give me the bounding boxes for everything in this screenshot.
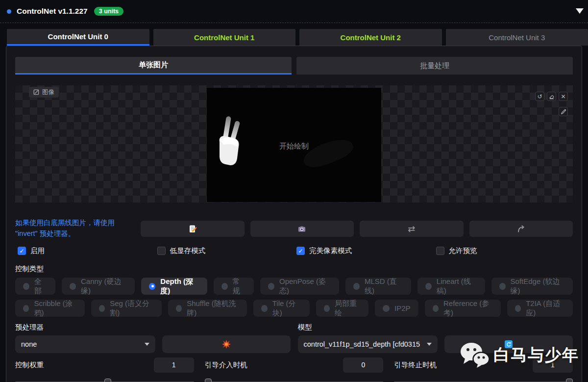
radio-icon bbox=[515, 305, 521, 312]
radio-icon bbox=[383, 305, 390, 312]
tab-single-image[interactable]: 单张图片 bbox=[15, 57, 292, 75]
refresh-icon bbox=[505, 340, 513, 348]
mirror-webcam-button[interactable]: ⇄ bbox=[360, 221, 464, 237]
tab-controlnet-unit-3[interactable]: ControlNet Unit 3 bbox=[446, 29, 588, 46]
starting-step-label: 引导介入时机 bbox=[205, 360, 247, 370]
enable-checkbox[interactable] bbox=[18, 247, 26, 255]
canvas-toolbar: ↺ ✕ bbox=[535, 92, 568, 101]
collapse-caret-icon[interactable] bbox=[576, 8, 584, 14]
control-type-shuffle[interactable]: Shuffle (随机洗牌) bbox=[168, 300, 247, 317]
control-type-mlsd[interactable]: MLSD (直线) bbox=[345, 278, 411, 295]
hint-actions-row: 如果使用白底黑线图片，请使用 "invert" 预处理器。 bbox=[15, 217, 573, 239]
unit-tabs: ControlNet Unit 0 ControlNet Unit 1 Cont… bbox=[7, 29, 588, 46]
start-drawing-placeholder: 开始绘制 bbox=[279, 142, 309, 151]
control-type-t2ia[interactable]: T2IA (自适应) bbox=[507, 300, 573, 317]
refresh-models-button[interactable] bbox=[444, 335, 573, 353]
ending-step-group: 引导终止时机 bbox=[394, 357, 573, 382]
control-weight-input[interactable] bbox=[154, 357, 194, 373]
control-type-softedge[interactable]: SoftEdge (软边缘) bbox=[491, 278, 573, 295]
control-type-scribble[interactable]: Scribble (涂鸦) bbox=[15, 300, 85, 317]
pixel-perfect-checkbox-group: 完美像素模式 bbox=[294, 246, 434, 255]
model-dropdown[interactable]: control_v11f1p_sd15_depth [cfd0315 bbox=[298, 335, 438, 353]
preprocessor-value: none bbox=[21, 340, 37, 348]
lowvram-checkbox[interactable] bbox=[157, 247, 166, 255]
lowvram-checkbox-group: 低显存模式 bbox=[155, 246, 294, 255]
control-type-row-2: Scribble (涂鸦) Seg (语义分割) Shuffle (随机洗牌) … bbox=[15, 300, 573, 317]
explosion-icon bbox=[221, 339, 231, 349]
control-type-ip2p[interactable]: IP2P bbox=[375, 300, 418, 317]
mode-tabs: 单张图片 批量处理 bbox=[15, 57, 573, 75]
tab-batch[interactable]: 批量处理 bbox=[296, 57, 573, 75]
image-icon bbox=[33, 89, 39, 95]
clear-button[interactable] bbox=[547, 92, 556, 101]
unit-panel: 单张图片 批量处理 开始绘制 bbox=[6, 46, 582, 382]
curved-arrow-icon bbox=[516, 225, 525, 233]
undo-button[interactable]: ↺ bbox=[535, 92, 544, 101]
image-label-chip: 图像 bbox=[29, 87, 59, 98]
control-type-label: 控制类型 bbox=[15, 264, 573, 274]
eraser-icon bbox=[549, 94, 555, 100]
model-group: 模型 control_v11f1p_sd15_depth [cfd0315 bbox=[298, 323, 573, 353]
brush-icon bbox=[561, 109, 566, 115]
tab-controlnet-unit-1[interactable]: ControlNet Unit 1 bbox=[153, 29, 296, 46]
send-dimensions-button[interactable] bbox=[469, 221, 573, 237]
new-canvas-button[interactable] bbox=[141, 221, 245, 237]
control-type-normal[interactable]: 常规 bbox=[214, 278, 254, 295]
pixel-perfect-checkbox[interactable] bbox=[296, 247, 305, 255]
control-type-canny[interactable]: Canny (硬边缘) bbox=[62, 278, 135, 295]
control-weight-slider[interactable] bbox=[15, 379, 194, 382]
radio-icon bbox=[499, 283, 506, 290]
starting-step-group: 引导介入时机 bbox=[205, 357, 384, 382]
slider-thumb[interactable] bbox=[104, 379, 111, 382]
control-type-openpose[interactable]: OpenPose (姿态) bbox=[260, 278, 339, 295]
slider-thumb[interactable] bbox=[205, 379, 212, 382]
status-dot-icon bbox=[7, 9, 11, 14]
control-type-all[interactable]: 全部 bbox=[15, 278, 55, 295]
radio-icon bbox=[99, 305, 105, 312]
preprocessor-group: 预处理器 none bbox=[15, 323, 291, 353]
control-type-depth[interactable]: Depth (深度) bbox=[141, 278, 207, 295]
camera-icon bbox=[297, 225, 306, 233]
tab-controlnet-unit-0[interactable]: ControlNet Unit 0 bbox=[7, 29, 149, 46]
sliders-row: 控制权重 引导介入时机 引导终止时机 bbox=[15, 357, 573, 382]
tab-controlnet-unit-2[interactable]: ControlNet Unit 2 bbox=[299, 29, 442, 46]
draw-button[interactable] bbox=[559, 107, 568, 116]
radio-icon bbox=[324, 305, 330, 312]
faint-hand-shadow bbox=[300, 134, 356, 172]
radio-icon bbox=[353, 283, 360, 290]
radio-icon bbox=[23, 305, 29, 312]
ending-step-slider[interactable] bbox=[394, 379, 573, 382]
extension-title: ControlNet v1.1.227 bbox=[17, 7, 88, 16]
radio-icon bbox=[23, 283, 29, 290]
pixel-perfect-label: 完美像素模式 bbox=[309, 246, 352, 255]
radio-icon bbox=[176, 305, 182, 312]
enable-label: 启用 bbox=[30, 246, 45, 255]
image-dropzone[interactable]: 开始绘制 图像 ↺ ✕ bbox=[15, 85, 573, 203]
starting-step-input[interactable] bbox=[343, 357, 383, 373]
radio-icon bbox=[268, 283, 274, 290]
swap-arrows-icon: ⇄ bbox=[408, 224, 415, 234]
radio-icon bbox=[425, 283, 432, 290]
preprocessor-label: 预处理器 bbox=[15, 323, 291, 332]
control-type-inpaint[interactable]: 局部重绘 bbox=[316, 300, 368, 317]
undo-icon: ↺ bbox=[537, 93, 542, 100]
slider-thumb[interactable] bbox=[566, 379, 573, 382]
preprocessor-dropdown[interactable]: none bbox=[15, 335, 155, 353]
radio-selected-icon bbox=[149, 283, 155, 290]
webcam-button[interactable] bbox=[250, 221, 354, 237]
remove-image-button[interactable]: ✕ bbox=[559, 92, 568, 101]
allow-preview-checkbox-group: 允许预览 bbox=[434, 246, 573, 255]
starting-step-slider[interactable] bbox=[205, 379, 384, 382]
control-type-lineart[interactable]: Lineart (线稿) bbox=[417, 278, 485, 295]
chevron-down-icon bbox=[427, 343, 432, 346]
run-preprocessor-button[interactable] bbox=[162, 335, 291, 353]
control-type-seg[interactable]: Seg (语义分割) bbox=[91, 300, 162, 317]
invert-hint-text: 如果使用白底黑线图片，请使用 "invert" 预处理器。 bbox=[15, 217, 137, 239]
allow-preview-checkbox[interactable] bbox=[436, 247, 444, 255]
chevron-down-icon bbox=[145, 343, 149, 346]
lowvram-label: 低显存模式 bbox=[170, 246, 206, 255]
uploaded-image-canvas[interactable]: 开始绘制 bbox=[207, 88, 381, 202]
ending-step-input[interactable] bbox=[533, 357, 573, 373]
control-type-tile[interactable]: Tile (分块) bbox=[253, 300, 309, 317]
control-type-reference[interactable]: Reference (参考) bbox=[425, 300, 501, 317]
